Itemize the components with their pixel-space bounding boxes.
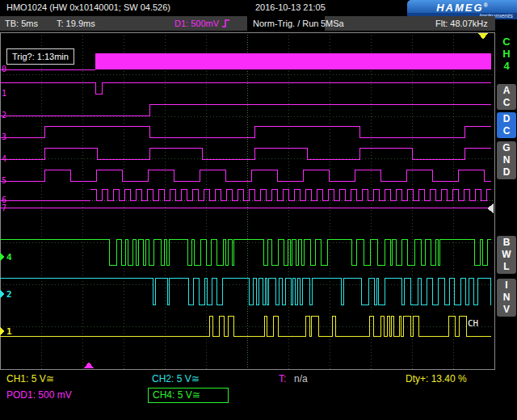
filter-readout: Flt: 48.07kHz <box>435 19 488 28</box>
registered-mark: ® <box>484 2 488 8</box>
channel-marker-label: 1 <box>6 326 12 337</box>
period-measure-label: T: <box>279 373 286 384</box>
channel-ground-marker <box>0 290 5 298</box>
trigger-level-marker <box>487 204 494 213</box>
ch1-scale-readout: CH1: 5 V≅ <box>6 373 54 384</box>
rising-edge-icon <box>221 19 230 28</box>
scope-display: 01234567421CH <box>0 32 495 370</box>
period-measure-value: n/a <box>294 373 308 384</box>
channel-ground-marker <box>0 253 5 261</box>
duty-cycle-readout: Dty+: 13.40 % <box>406 373 467 384</box>
trigger-status-box: Trig?: 1:13min <box>6 48 74 65</box>
channel-ground-marker <box>0 327 5 335</box>
timebase-readout: TB: 5ms <box>5 19 38 28</box>
datetime: 2016-10-13 21:05 <box>255 2 326 12</box>
digital-channel-label: 2 <box>2 111 6 120</box>
coupling-gnd-button[interactable]: G N D <box>497 141 516 179</box>
d1-level-text: D1: 500mV <box>174 19 219 28</box>
ch-overlay-label: CH <box>468 318 478 329</box>
digital-channel-label: 1 <box>2 89 6 98</box>
digital-channel-label: 4 <box>2 154 6 163</box>
brand-name: HAMEG® <box>407 0 517 13</box>
status-bar: TB: 5ms T: 19.9ms D1: 500mV Norm-Trig. /… <box>0 16 495 31</box>
trigger-mode-status: Norm-Trig. / Run <box>247 16 325 31</box>
ch4-scale-readout: CH4: 5 V≅ <box>148 388 229 403</box>
trigger-position-marker <box>84 362 94 368</box>
ch2-scale-readout: CH2: 5 V≅ <box>152 373 200 384</box>
sidebar-channel-label: C H 4 <box>497 36 516 72</box>
trigger-time-readout: T: 19.9ms <box>57 19 95 28</box>
digital-channel-label: 5 <box>2 176 6 185</box>
trigger-time-marker <box>478 33 488 40</box>
channel-marker-label: 2 <box>6 289 12 300</box>
d1-trigger-readout: D1: 500mV <box>174 19 230 28</box>
channel-marker-label: 4 <box>6 252 12 262</box>
sample-rate-readout: 5MSa <box>321 19 344 28</box>
digital-channel-label: 3 <box>2 132 6 141</box>
digital-channel-label: 0 <box>2 65 6 74</box>
digital-channel-label: 7 <box>2 204 6 212</box>
brand-text: HAMEG <box>436 2 483 14</box>
pod1-scale-readout: POD1: 500 mV <box>6 389 72 401</box>
device-title: HMO1024 (HW 0x10140001; SW 04.526) <box>6 2 170 12</box>
digital-bus-trace <box>95 53 491 69</box>
bandwidth-limit-button[interactable]: B W L <box>497 236 516 274</box>
coupling-dc-button[interactable]: D C <box>497 112 516 138</box>
invert-button[interactable]: I N V <box>497 279 516 317</box>
coupling-ac-button[interactable]: A C <box>497 84 516 110</box>
